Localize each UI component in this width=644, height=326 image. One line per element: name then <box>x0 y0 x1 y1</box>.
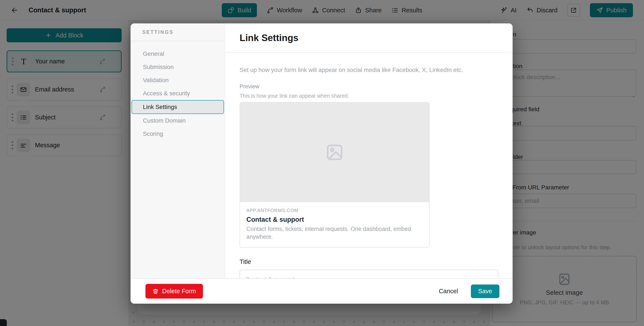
preview-card-info: APP.ANTFORMS.COM Contact & support Conta… <box>240 202 429 247</box>
settings-nav-list: General Submission Validation Access & s… <box>130 41 225 140</box>
preview-image-placeholder <box>240 103 429 202</box>
nav-item-validation[interactable]: Validation <box>132 74 224 87</box>
settings-nav-header: SETTINGS <box>130 23 225 41</box>
settings-nav: SETTINGS General Submission Validation A… <box>130 23 225 304</box>
trash-icon <box>152 288 159 295</box>
modal-title: Link Settings <box>240 32 298 43</box>
nav-item-access-security[interactable]: Access & security <box>132 87 224 100</box>
app-root: Contact & support Build Workflow Connect <box>0 0 644 326</box>
modal-body: Set up how your form link will appear on… <box>225 53 512 278</box>
image-placeholder-icon <box>325 143 344 162</box>
preview-domain: APP.ANTFORMS.COM <box>246 208 423 213</box>
nav-item-submission[interactable]: Submission <box>132 60 224 74</box>
link-preview-card: APP.ANTFORMS.COM Contact & support Conta… <box>240 102 430 248</box>
cancel-button[interactable]: Cancel <box>437 288 460 295</box>
preview-hint: This is how your link can appear when sh… <box>240 93 498 99</box>
save-button[interactable]: Save <box>471 285 500 298</box>
nav-item-link-settings[interactable]: Link Settings <box>132 100 224 114</box>
delete-form-label: Delete Form <box>162 288 196 295</box>
delete-form-button[interactable]: Delete Form <box>146 284 203 299</box>
title-field-label: Title <box>240 258 498 265</box>
modal-header: Link Settings <box>225 23 512 52</box>
modal-description: Set up how your form link will appear on… <box>240 67 498 73</box>
nav-item-custom-domain[interactable]: Custom Domain <box>132 114 224 127</box>
preview-title: Contact & support <box>246 216 423 223</box>
nav-item-scoring[interactable]: Scoring <box>132 127 224 140</box>
preview-description: Contact forms, tickets, internal request… <box>246 225 423 241</box>
preview-label: Preview <box>240 83 498 90</box>
nav-item-general[interactable]: General <box>132 47 224 60</box>
settings-modal: SETTINGS General Submission Validation A… <box>130 23 512 304</box>
modal-footer: Delete Form Cancel Save <box>130 278 512 304</box>
title-input[interactable] <box>240 270 498 278</box>
